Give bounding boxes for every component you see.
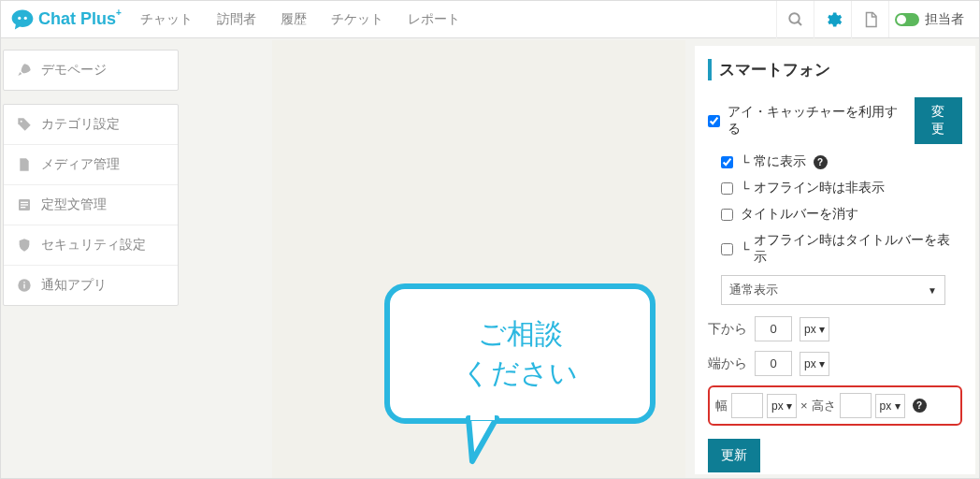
sidebar-item-category[interactable]: カテゴリ設定 <box>4 105 178 145</box>
svg-line-3 <box>798 22 801 25</box>
sidebar-item-security[interactable]: セキュリティ設定 <box>4 225 178 266</box>
chk-eyecatcher-label: アイ・キャッチャーを利用する <box>728 104 907 138</box>
settings-panel: スマートフォン アイ・キャッチャーを利用する 変更 └ 常に表示 ? └ オフラ… <box>695 46 975 474</box>
svg-point-2 <box>789 13 800 23</box>
shield-icon <box>17 238 32 253</box>
svg-rect-11 <box>23 282 24 283</box>
chk-always-label: 常に表示 <box>754 153 806 170</box>
sidebar-item-label: カテゴリ設定 <box>41 116 120 133</box>
nav-visitors[interactable]: 訪問者 <box>217 11 256 28</box>
panel-title: スマートフォン <box>708 59 962 80</box>
file-icon <box>17 157 32 172</box>
unit-height[interactable]: px ▾ <box>875 394 905 418</box>
input-bottom[interactable] <box>755 316 792 341</box>
preview-canvas: ご相談ください <box>272 40 685 478</box>
brand-text: Chat Plus <box>38 9 116 29</box>
assignee-label: 担当者 <box>925 11 964 28</box>
chk-offline-titlebar[interactable] <box>721 243 733 255</box>
header-right: 担当者 <box>776 1 970 37</box>
label-times: × <box>800 399 808 413</box>
chk-hide-titlebar-label: タイトルバーを消す <box>741 206 858 223</box>
document-icon[interactable] <box>851 1 888 38</box>
nav-history[interactable]: 履歴 <box>281 11 307 28</box>
nav-tickets[interactable]: チケット <box>331 11 383 28</box>
bubble-text: ご相談ください <box>462 314 578 393</box>
chevron-down-icon: ▼ <box>928 285 937 296</box>
nav-chat[interactable]: チャット <box>140 11 193 28</box>
sidebar-item-notify[interactable]: 通知アプリ <box>4 266 178 305</box>
chk-offline-titlebar-label: オフライン時はタイトルバーを表示 <box>754 232 962 266</box>
eyecatcher-bubble: ご相談ください <box>384 283 656 452</box>
chk-offline-hide[interactable] <box>721 182 733 195</box>
help-icon[interactable]: ? <box>814 155 828 169</box>
sidebar-item-label: 定型文管理 <box>41 196 107 213</box>
sidebar-item-media[interactable]: メディア管理 <box>4 145 178 185</box>
unit-bottom[interactable]: px ▾ <box>800 317 829 341</box>
gear-icon[interactable] <box>814 1 851 38</box>
svg-point-4 <box>21 121 22 123</box>
info-icon <box>17 278 32 293</box>
size-highlight-box: 幅 px ▾ × 高さ px ▾ ? <box>708 385 962 426</box>
svg-point-1 <box>24 16 27 19</box>
display-mode-select[interactable]: 通常表示 ▼ <box>721 275 945 305</box>
app-logo[interactable]: Chat Plus+ <box>10 7 122 32</box>
update-button[interactable]: 更新 <box>708 439 760 472</box>
chk-hide-titlebar[interactable] <box>721 209 733 221</box>
sidebar-group-demo: デモページ <box>3 50 179 91</box>
svg-rect-6 <box>21 202 28 203</box>
tag-icon <box>17 117 32 132</box>
sidebar-item-demo[interactable]: デモページ <box>4 51 178 90</box>
chk-offline-hide-label: オフライン時は非表示 <box>754 180 885 196</box>
rocket-icon <box>17 63 32 78</box>
assignee-toggle[interactable]: 担当者 <box>888 1 970 37</box>
chk-always[interactable] <box>721 156 733 168</box>
row-always: └ 常に表示 ? <box>721 153 962 170</box>
row-eyecatcher: アイ・キャッチャーを利用する 変更 <box>708 97 962 144</box>
sidebar-item-label: セキュリティ設定 <box>41 237 146 254</box>
label-bottom: 下から <box>708 321 747 338</box>
svg-rect-8 <box>21 207 25 208</box>
brand-plus: + <box>116 7 122 18</box>
sidebar-item-templates[interactable]: 定型文管理 <box>4 185 178 225</box>
row-hide-titlebar: タイトルバーを消す <box>721 206 962 223</box>
help-icon[interactable]: ? <box>913 399 927 413</box>
change-button[interactable]: 変更 <box>915 97 962 144</box>
row-bottom: 下から px ▾ <box>708 316 962 341</box>
input-width[interactable] <box>731 393 763 418</box>
app-header: Chat Plus+ チャット 訪問者 履歴 チケット レポート 担当者 <box>1 1 979 38</box>
left-sidebar: デモページ カテゴリ設定 メディア管理 定型文管理 セキュリティ設定 通知アプリ <box>3 50 179 319</box>
nav-reports[interactable]: レポート <box>408 11 460 28</box>
row-offline-titlebar: └ オフライン時はタイトルバーを表示 <box>721 232 962 266</box>
input-edge[interactable] <box>755 351 792 376</box>
bubble-box: ご相談ください <box>384 283 656 424</box>
unit-width[interactable]: px ▾ <box>767 394 797 418</box>
unit-edge[interactable]: px ▾ <box>800 352 829 376</box>
sidebar-item-label: 通知アプリ <box>41 277 107 294</box>
chk-eyecatcher[interactable] <box>708 115 720 127</box>
search-icon[interactable] <box>776 1 814 38</box>
display-mode-value: 通常表示 <box>729 282 778 298</box>
list-icon <box>17 197 32 212</box>
sidebar-item-label: メディア管理 <box>41 156 120 173</box>
sidebar-item-label: デモページ <box>41 62 107 79</box>
input-height[interactable] <box>840 393 872 418</box>
chat-logo-icon <box>10 7 35 32</box>
label-width: 幅 <box>715 398 728 414</box>
row-offline-hide: └ オフライン時は非表示 <box>721 180 962 196</box>
row-edge: 端から px ▾ <box>708 351 962 376</box>
main-nav: チャット 訪問者 履歴 チケット レポート <box>140 11 460 28</box>
svg-rect-7 <box>21 204 28 205</box>
label-edge: 端から <box>708 356 747 372</box>
bubble-tail-icon <box>450 414 515 471</box>
svg-rect-10 <box>23 284 24 289</box>
svg-point-0 <box>18 16 21 19</box>
label-height: 高さ <box>812 398 836 414</box>
sidebar-group-settings: カテゴリ設定 メディア管理 定型文管理 セキュリティ設定 通知アプリ <box>3 104 179 306</box>
toggle-switch-icon <box>895 13 919 26</box>
